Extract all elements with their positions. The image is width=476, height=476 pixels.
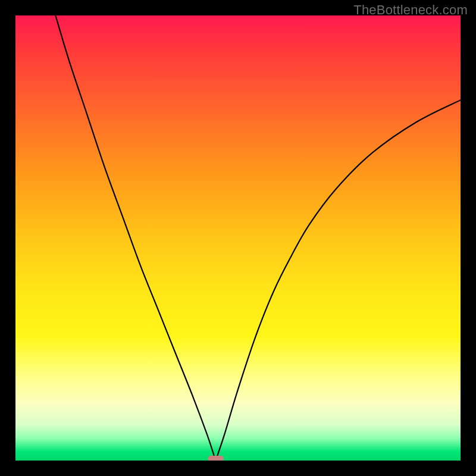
watermark-text: TheBottleneck.com [353, 2, 468, 18]
min-marker [208, 456, 224, 461]
bottleneck-curve [55, 15, 461, 461]
plot-area [15, 15, 461, 461]
curve-svg [15, 15, 461, 461]
chart-frame: TheBottleneck.com [0, 0, 476, 476]
